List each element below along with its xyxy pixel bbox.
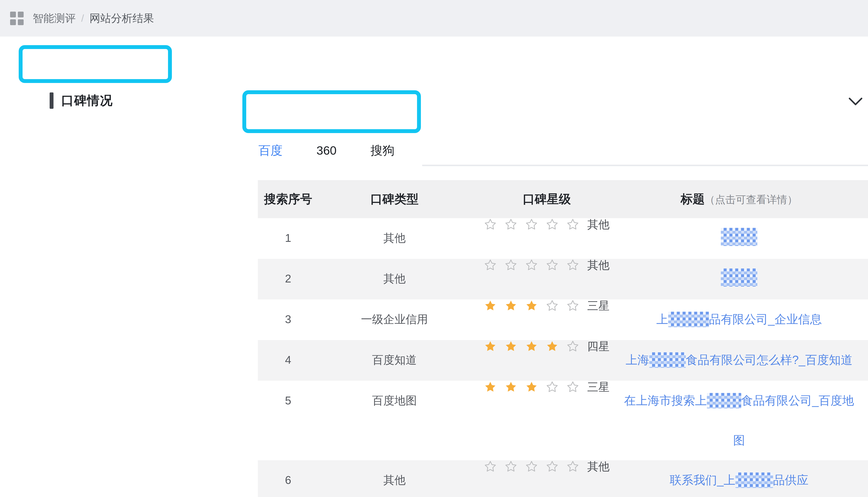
- result-title-text: 品有限公司_企业信息: [709, 313, 822, 326]
- star-empty-icon: [567, 460, 579, 473]
- table-row: 2其他其他: [258, 259, 868, 299]
- star-filled-icon: [484, 299, 497, 312]
- panel-title: 口碑情况: [61, 92, 113, 109]
- redacted-text-mosaic: [721, 269, 757, 286]
- star-rating-label: 三星: [587, 299, 609, 312]
- table-row: 6其他其他联系我们_上品供应: [258, 460, 868, 497]
- star-rating-cell: 其他: [471, 259, 623, 299]
- star-empty-icon: [484, 259, 497, 271]
- table-header-row: 搜索序号 口碑类型 口碑星级 标题（点击可查看详情）: [258, 180, 868, 218]
- tabs-underline: [422, 165, 868, 166]
- redacted-text-mosaic: [721, 228, 757, 246]
- star-rating-label: 其他: [587, 218, 609, 231]
- star-rating: 其他: [471, 460, 623, 473]
- star-filled-icon: [484, 340, 497, 353]
- collapse-chevron-icon[interactable]: [848, 96, 863, 106]
- reputation-type-cell: 其他: [319, 218, 471, 259]
- result-title-text: 食品有限公司_百度地图: [733, 394, 854, 447]
- search-index-cell: 6: [258, 460, 319, 497]
- report-card: 口碑情况 百度360搜狗 搜索序号 口碑类型 口碑星级 标题（点击可查看详情） …: [0, 37, 868, 497]
- star-rating-label: 其他: [587, 259, 609, 271]
- result-title-text: 联系我们_上: [670, 473, 735, 487]
- table-row: 5百度地图三星在上海市搜索上食品有限公司_百度地图: [258, 381, 868, 460]
- tab-搜狗[interactable]: 搜狗: [370, 143, 395, 158]
- star-rating-cell: 三星: [471, 299, 623, 340]
- star-empty-icon: [525, 259, 538, 271]
- result-title-cell: [623, 259, 868, 299]
- result-title-link[interactable]: 联系我们_上品供应: [670, 473, 809, 487]
- star-empty-icon: [525, 218, 538, 231]
- result-title-text: 食品有限公司怎么样?_百度知道: [686, 353, 853, 367]
- star-filled-icon: [505, 381, 517, 393]
- result-title-text: 品供应: [773, 473, 809, 487]
- reputation-type-cell: 其他: [319, 460, 471, 497]
- star-rating-label: 其他: [587, 460, 609, 473]
- star-empty-icon: [567, 218, 579, 231]
- col-header-title-note: （点击可查看详情）: [705, 194, 797, 205]
- result-title-cell: [623, 218, 868, 259]
- title-accent-bar: [50, 93, 54, 109]
- redacted-text-mosaic: [707, 393, 741, 409]
- table-row: 3一级企业信用三星上品有限公司_企业信息: [258, 299, 868, 340]
- col-header-search-index: 搜索序号: [258, 180, 319, 218]
- star-filled-icon: [525, 299, 538, 312]
- star-empty-icon: [505, 259, 517, 271]
- star-rating-label: 四星: [587, 340, 609, 353]
- star-empty-icon: [567, 299, 579, 312]
- tab-360[interactable]: 360: [317, 143, 337, 158]
- star-empty-icon: [484, 218, 497, 231]
- star-empty-icon: [546, 299, 558, 312]
- col-header-title-main: 标题: [681, 192, 705, 206]
- redacted-text-mosaic: [668, 312, 709, 327]
- star-rating: 其他: [471, 218, 623, 231]
- reputation-type-cell: 其他: [319, 259, 471, 299]
- star-empty-icon: [505, 218, 517, 231]
- result-title-cell: 联系我们_上品供应: [623, 460, 868, 497]
- star-filled-icon: [505, 299, 517, 312]
- star-rating: 三星: [471, 299, 623, 312]
- breadcrumb-current: 网站分析结果: [90, 11, 154, 26]
- panel-header: 口碑情况: [50, 93, 113, 109]
- star-rating-cell: 四星: [471, 340, 623, 381]
- result-title-link[interactable]: 在上海市搜索上食品有限公司_百度地图: [624, 394, 854, 447]
- tab-百度[interactable]: 百度: [259, 143, 282, 158]
- star-filled-icon: [505, 340, 517, 353]
- result-title-cell: 上品有限公司_企业信息: [623, 299, 868, 340]
- star-empty-icon: [525, 460, 538, 473]
- star-filled-icon: [525, 340, 538, 353]
- reputation-table: 搜索序号 口碑类型 口碑星级 标题（点击可查看详情） 1其他其他2其他其他3一级…: [258, 180, 868, 497]
- star-empty-icon: [567, 340, 579, 353]
- star-rating-cell: 三星: [471, 381, 623, 460]
- col-header-reputation-type: 口碑类型: [319, 180, 471, 218]
- table-row: 1其他其他: [258, 218, 868, 259]
- star-empty-icon: [567, 381, 579, 393]
- top-navigation-bar: 智能测评 / 网站分析结果: [0, 0, 868, 37]
- star-empty-icon: [546, 460, 558, 473]
- breadcrumb-section[interactable]: 智能测评: [33, 11, 76, 26]
- star-filled-icon: [484, 381, 497, 393]
- star-filled-icon: [525, 381, 538, 393]
- result-title-link[interactable]: [721, 231, 757, 245]
- result-title-text: 在上海市搜索上: [624, 394, 707, 407]
- result-title-text: 上: [656, 313, 668, 326]
- star-rating-cell: 其他: [471, 218, 623, 259]
- result-title-link[interactable]: 上海食品有限公司怎么样?_百度知道: [626, 353, 853, 367]
- result-title-cell: 在上海市搜索上食品有限公司_百度地图: [623, 381, 868, 460]
- apps-grid-icon[interactable]: [10, 12, 24, 25]
- star-rating-label: 三星: [587, 381, 609, 393]
- star-empty-icon: [546, 259, 558, 271]
- search-index-cell: 5: [258, 381, 319, 460]
- star-rating: 四星: [471, 340, 623, 353]
- reputation-type-cell: 百度知道: [319, 340, 471, 381]
- reputation-type-cell: 一级企业信用: [319, 299, 471, 340]
- result-title-link[interactable]: [721, 272, 757, 285]
- col-header-title: 标题（点击可查看详情）: [623, 180, 868, 218]
- result-title-link[interactable]: 上品有限公司_企业信息: [656, 313, 822, 326]
- star-rating: 三星: [471, 381, 623, 393]
- redacted-text-mosaic: [735, 472, 773, 488]
- star-rating-cell: 其他: [471, 460, 623, 497]
- table-row: 4百度知道四星上海食品有限公司怎么样?_百度知道: [258, 340, 868, 381]
- result-title-cell: 上海食品有限公司怎么样?_百度知道: [623, 340, 868, 381]
- star-filled-icon: [546, 340, 558, 353]
- star-empty-icon: [546, 381, 558, 393]
